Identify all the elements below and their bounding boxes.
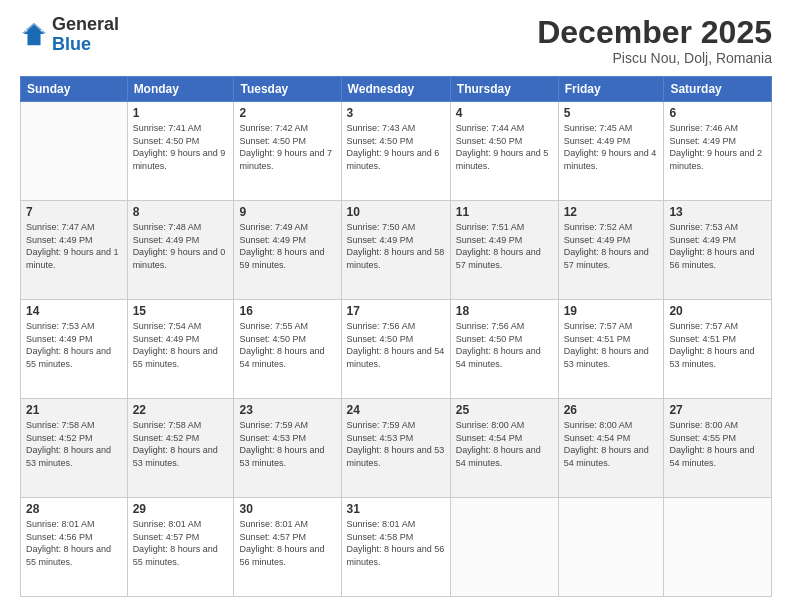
day-number: 24 <box>347 403 445 417</box>
day-detail: Sunrise: 7:58 AMSunset: 4:52 PMDaylight:… <box>133 419 229 469</box>
day-detail: Sunrise: 7:51 AMSunset: 4:49 PMDaylight:… <box>456 221 553 271</box>
calendar-cell: 26 Sunrise: 8:00 AMSunset: 4:54 PMDaylig… <box>558 399 664 498</box>
day-detail: Sunrise: 7:47 AMSunset: 4:49 PMDaylight:… <box>26 221 122 271</box>
day-number: 27 <box>669 403 766 417</box>
day-detail: Sunrise: 8:00 AMSunset: 4:54 PMDaylight:… <box>564 419 659 469</box>
day-number: 22 <box>133 403 229 417</box>
calendar-cell: 14 Sunrise: 7:53 AMSunset: 4:49 PMDaylig… <box>21 300 128 399</box>
day-number: 3 <box>347 106 445 120</box>
calendar-week-row: 1 Sunrise: 7:41 AMSunset: 4:50 PMDayligh… <box>21 102 772 201</box>
day-detail: Sunrise: 7:56 AMSunset: 4:50 PMDaylight:… <box>456 320 553 370</box>
day-number: 26 <box>564 403 659 417</box>
day-number: 28 <box>26 502 122 516</box>
logo: General Blue <box>20 15 119 55</box>
logo-icon <box>20 21 48 49</box>
calendar-cell: 7 Sunrise: 7:47 AMSunset: 4:49 PMDayligh… <box>21 201 128 300</box>
calendar-cell <box>450 498 558 597</box>
calendar-cell: 10 Sunrise: 7:50 AMSunset: 4:49 PMDaylig… <box>341 201 450 300</box>
day-number: 12 <box>564 205 659 219</box>
day-detail: Sunrise: 7:50 AMSunset: 4:49 PMDaylight:… <box>347 221 445 271</box>
calendar-cell: 3 Sunrise: 7:43 AMSunset: 4:50 PMDayligh… <box>341 102 450 201</box>
day-detail: Sunrise: 7:41 AMSunset: 4:50 PMDaylight:… <box>133 122 229 172</box>
calendar-cell: 5 Sunrise: 7:45 AMSunset: 4:49 PMDayligh… <box>558 102 664 201</box>
day-detail: Sunrise: 8:01 AMSunset: 4:58 PMDaylight:… <box>347 518 445 568</box>
day-detail: Sunrise: 7:43 AMSunset: 4:50 PMDaylight:… <box>347 122 445 172</box>
day-number: 2 <box>239 106 335 120</box>
day-detail: Sunrise: 7:59 AMSunset: 4:53 PMDaylight:… <box>347 419 445 469</box>
calendar-week-row: 28 Sunrise: 8:01 AMSunset: 4:56 PMDaylig… <box>21 498 772 597</box>
day-detail: Sunrise: 7:52 AMSunset: 4:49 PMDaylight:… <box>564 221 659 271</box>
day-detail: Sunrise: 7:46 AMSunset: 4:49 PMDaylight:… <box>669 122 766 172</box>
day-number: 4 <box>456 106 553 120</box>
calendar-week-row: 7 Sunrise: 7:47 AMSunset: 4:49 PMDayligh… <box>21 201 772 300</box>
day-number: 19 <box>564 304 659 318</box>
day-detail: Sunrise: 8:01 AMSunset: 4:57 PMDaylight:… <box>133 518 229 568</box>
page: General Blue December 2025 Piscu Nou, Do… <box>0 0 792 612</box>
title-block: December 2025 Piscu Nou, Dolj, Romania <box>537 15 772 66</box>
day-detail: Sunrise: 7:49 AMSunset: 4:49 PMDaylight:… <box>239 221 335 271</box>
day-number: 11 <box>456 205 553 219</box>
logo-text: General Blue <box>52 15 119 55</box>
calendar-cell: 22 Sunrise: 7:58 AMSunset: 4:52 PMDaylig… <box>127 399 234 498</box>
calendar-cell: 23 Sunrise: 7:59 AMSunset: 4:53 PMDaylig… <box>234 399 341 498</box>
calendar-cell: 15 Sunrise: 7:54 AMSunset: 4:49 PMDaylig… <box>127 300 234 399</box>
day-number: 23 <box>239 403 335 417</box>
day-detail: Sunrise: 7:45 AMSunset: 4:49 PMDaylight:… <box>564 122 659 172</box>
calendar-cell: 29 Sunrise: 8:01 AMSunset: 4:57 PMDaylig… <box>127 498 234 597</box>
header-friday: Friday <box>558 77 664 102</box>
calendar-cell: 24 Sunrise: 7:59 AMSunset: 4:53 PMDaylig… <box>341 399 450 498</box>
day-number: 31 <box>347 502 445 516</box>
day-number: 14 <box>26 304 122 318</box>
day-detail: Sunrise: 7:48 AMSunset: 4:49 PMDaylight:… <box>133 221 229 271</box>
calendar-cell: 2 Sunrise: 7:42 AMSunset: 4:50 PMDayligh… <box>234 102 341 201</box>
day-detail: Sunrise: 7:44 AMSunset: 4:50 PMDaylight:… <box>456 122 553 172</box>
header-wednesday: Wednesday <box>341 77 450 102</box>
header-sunday: Sunday <box>21 77 128 102</box>
location-subtitle: Piscu Nou, Dolj, Romania <box>537 50 772 66</box>
header: General Blue December 2025 Piscu Nou, Do… <box>20 15 772 66</box>
day-number: 6 <box>669 106 766 120</box>
calendar-week-row: 21 Sunrise: 7:58 AMSunset: 4:52 PMDaylig… <box>21 399 772 498</box>
calendar-cell: 27 Sunrise: 8:00 AMSunset: 4:55 PMDaylig… <box>664 399 772 498</box>
day-detail: Sunrise: 8:00 AMSunset: 4:54 PMDaylight:… <box>456 419 553 469</box>
day-number: 30 <box>239 502 335 516</box>
header-saturday: Saturday <box>664 77 772 102</box>
day-number: 10 <box>347 205 445 219</box>
calendar-table: Sunday Monday Tuesday Wednesday Thursday… <box>20 76 772 597</box>
day-detail: Sunrise: 7:42 AMSunset: 4:50 PMDaylight:… <box>239 122 335 172</box>
calendar-cell: 8 Sunrise: 7:48 AMSunset: 4:49 PMDayligh… <box>127 201 234 300</box>
day-detail: Sunrise: 8:00 AMSunset: 4:55 PMDaylight:… <box>669 419 766 469</box>
day-detail: Sunrise: 8:01 AMSunset: 4:56 PMDaylight:… <box>26 518 122 568</box>
header-monday: Monday <box>127 77 234 102</box>
day-number: 7 <box>26 205 122 219</box>
calendar-cell: 19 Sunrise: 7:57 AMSunset: 4:51 PMDaylig… <box>558 300 664 399</box>
day-number: 9 <box>239 205 335 219</box>
day-number: 17 <box>347 304 445 318</box>
calendar-cell: 11 Sunrise: 7:51 AMSunset: 4:49 PMDaylig… <box>450 201 558 300</box>
day-detail: Sunrise: 8:01 AMSunset: 4:57 PMDaylight:… <box>239 518 335 568</box>
header-thursday: Thursday <box>450 77 558 102</box>
calendar-cell: 17 Sunrise: 7:56 AMSunset: 4:50 PMDaylig… <box>341 300 450 399</box>
day-detail: Sunrise: 7:59 AMSunset: 4:53 PMDaylight:… <box>239 419 335 469</box>
calendar-cell: 20 Sunrise: 7:57 AMSunset: 4:51 PMDaylig… <box>664 300 772 399</box>
day-detail: Sunrise: 7:57 AMSunset: 4:51 PMDaylight:… <box>669 320 766 370</box>
calendar-cell: 12 Sunrise: 7:52 AMSunset: 4:49 PMDaylig… <box>558 201 664 300</box>
calendar-cell: 21 Sunrise: 7:58 AMSunset: 4:52 PMDaylig… <box>21 399 128 498</box>
calendar-cell: 9 Sunrise: 7:49 AMSunset: 4:49 PMDayligh… <box>234 201 341 300</box>
day-number: 21 <box>26 403 122 417</box>
calendar-header-row: Sunday Monday Tuesday Wednesday Thursday… <box>21 77 772 102</box>
calendar-cell: 6 Sunrise: 7:46 AMSunset: 4:49 PMDayligh… <box>664 102 772 201</box>
day-number: 8 <box>133 205 229 219</box>
calendar-week-row: 14 Sunrise: 7:53 AMSunset: 4:49 PMDaylig… <box>21 300 772 399</box>
day-number: 25 <box>456 403 553 417</box>
day-detail: Sunrise: 7:53 AMSunset: 4:49 PMDaylight:… <box>26 320 122 370</box>
calendar-cell: 18 Sunrise: 7:56 AMSunset: 4:50 PMDaylig… <box>450 300 558 399</box>
calendar-cell: 16 Sunrise: 7:55 AMSunset: 4:50 PMDaylig… <box>234 300 341 399</box>
day-number: 16 <box>239 304 335 318</box>
day-number: 15 <box>133 304 229 318</box>
calendar-cell: 30 Sunrise: 8:01 AMSunset: 4:57 PMDaylig… <box>234 498 341 597</box>
day-number: 13 <box>669 205 766 219</box>
calendar-cell: 25 Sunrise: 8:00 AMSunset: 4:54 PMDaylig… <box>450 399 558 498</box>
day-detail: Sunrise: 7:55 AMSunset: 4:50 PMDaylight:… <box>239 320 335 370</box>
calendar-cell: 4 Sunrise: 7:44 AMSunset: 4:50 PMDayligh… <box>450 102 558 201</box>
